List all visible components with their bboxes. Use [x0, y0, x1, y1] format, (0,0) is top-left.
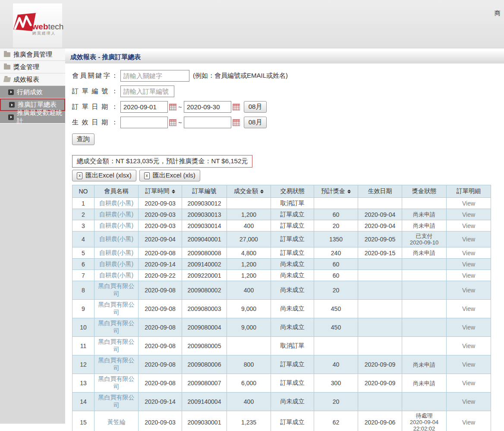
effective-date-cell: 2020-09-04 [358, 209, 402, 220]
sort-updown-icon[interactable] [347, 190, 351, 193]
sidebar-subitem-popularity-stats[interactable]: 推廣最受歡迎統計 [0, 111, 65, 124]
calendar-icon[interactable] [169, 104, 176, 111]
view-link[interactable]: View [462, 398, 475, 405]
row-number-cell: 3 [72, 220, 94, 231]
bonus-status-cell: 尚未申請 [402, 209, 447, 220]
order-time-cell: 2020-09-08 [139, 318, 182, 337]
calendar-icon[interactable] [169, 119, 176, 126]
estimated-bonus-cell: 240 [314, 247, 358, 259]
member-name-link[interactable]: 黑白買有限公司 [98, 394, 135, 409]
effective-date-cell: 2020-09-05 [358, 231, 402, 247]
transaction-status-cell: 訂單成立 [271, 209, 314, 220]
export-xls-button[interactable]: 匯出Excel (xls) [139, 170, 200, 181]
estimated-bonus-cell: 450 [314, 318, 358, 337]
member-name-cell: 黑白買有限公司 [94, 337, 139, 355]
member-name-link[interactable]: 黑白買有限公司 [98, 320, 135, 334]
amount-cell [227, 337, 271, 355]
row-number-cell: 1 [72, 198, 94, 209]
view-link[interactable]: View [462, 200, 475, 207]
brand-subtitle: 網頁經理人 [32, 31, 64, 36]
bonus-status-cell [402, 281, 447, 300]
member-name-link[interactable]: 黑白買有限公司 [98, 282, 135, 297]
view-link[interactable]: View [462, 236, 475, 243]
member-name-link[interactable]: 黑白買有限公司 [98, 338, 135, 353]
sidebar-item-performance-report[interactable]: 成效報表 [0, 73, 65, 86]
order-detail-cell: View [447, 220, 491, 231]
calendar-icon[interactable] [233, 119, 240, 126]
member-keyword-label: 會員關鍵字： [72, 72, 118, 80]
order-time-cell: 2020-09-08 [139, 374, 182, 393]
view-link[interactable]: View [462, 261, 475, 268]
search-button[interactable]: 查詢 [72, 133, 94, 145]
effective-date-from-input[interactable] [120, 117, 168, 128]
amount-cell: 1,200 [227, 259, 271, 270]
view-link[interactable]: View [462, 324, 475, 331]
member-name-link[interactable]: 黑白買有限公司 [98, 375, 135, 390]
bonus-status-cell [402, 337, 447, 355]
transaction-status-cell: 尚未成立 [271, 300, 314, 318]
effective-date-cell: 2020-09-15 [358, 247, 402, 259]
date-range-separator: ~ [178, 119, 182, 126]
view-link[interactable]: View [462, 272, 475, 279]
member-name-link[interactable]: 黑白買有限公司 [98, 357, 135, 371]
view-link[interactable]: View [462, 222, 475, 229]
sidebar-subitem-label: 行銷成效 [17, 88, 43, 96]
member-name-link[interactable]: 自耕農(小黑) [99, 260, 133, 267]
effective-date-cell [358, 337, 402, 355]
col-bonus-status: 獎金狀態 [402, 185, 447, 198]
view-link[interactable]: View [462, 305, 475, 312]
row-number-cell: 2 [72, 209, 94, 220]
sort-updown-icon[interactable] [260, 190, 264, 193]
member-name-link[interactable]: 自耕農(小黑) [99, 249, 133, 256]
member-name-cell: 黑白買有限公司 [94, 300, 139, 318]
brand-name: webtech [32, 23, 64, 31]
effective-date-month-button[interactable]: 08月 [244, 117, 267, 128]
view-link[interactable]: View [462, 342, 475, 349]
view-link[interactable]: View [462, 211, 475, 218]
member-name-link[interactable]: 自耕農(小黑) [99, 222, 133, 229]
bonus-status-cell: 尚未申請 [402, 355, 447, 374]
order-date-from-input[interactable] [120, 101, 168, 113]
view-link[interactable]: View [462, 250, 475, 257]
order-date-month-button[interactable]: 08月 [244, 101, 267, 113]
estimated-bonus-cell: 60 [314, 259, 358, 270]
sidebar-subitem-marketing-performance[interactable]: 行銷成效 [0, 86, 65, 98]
order-number-input[interactable] [120, 86, 174, 97]
export-xlsx-button[interactable]: 匯出Excel (xlsx) [72, 170, 136, 181]
table-row: 9 黑白買有限公司 2020-09-08 2009080003 9,000 尚未… [72, 300, 491, 318]
logo: webtech 網頁經理人 [13, 3, 62, 48]
order-detail-cell: View [447, 393, 491, 411]
member-name-link[interactable]: 黑白買有限公司 [98, 301, 135, 316]
sidebar-item-member-management[interactable]: 推廣會員管理 [0, 48, 65, 61]
view-link[interactable]: View [462, 361, 475, 368]
member-name-link[interactable]: 黃笠綸 [107, 418, 126, 425]
amount-cell: 9,000 [227, 318, 271, 337]
order-detail-cell: View [447, 259, 491, 270]
sidebar-item-label: 獎金管理 [13, 63, 39, 71]
order-time-cell: 2020-09-04 [139, 231, 182, 247]
calendar-icon[interactable] [233, 104, 240, 111]
col-estimated-bonus: 預計獎金 [314, 185, 358, 198]
view-link[interactable]: View [462, 419, 475, 426]
view-link[interactable]: View [462, 287, 475, 294]
member-name-link[interactable]: 自耕農(小黑) [99, 211, 133, 218]
effective-date-to-input[interactable] [184, 117, 231, 128]
member-name-link[interactable]: 自耕農(小黑) [99, 235, 133, 242]
table-row: 1 自耕農(小黑) 2020-09-03 2009030012 取消訂單 Vie… [72, 198, 491, 209]
order-detail-cell: View [447, 318, 491, 337]
order-id-cell: 2009220001 [182, 270, 227, 281]
table-header-row: NO 會員名稱 訂單時間 訂單編號 成交金額 交易狀態 預計獎金 生效日期 獎金… [72, 185, 491, 198]
amount-cell: 400 [227, 281, 271, 300]
view-link[interactable]: View [462, 380, 475, 387]
transaction-status-cell: 訂單成立 [271, 231, 314, 247]
bonus-status-cell: 已支付 2020-09-10 [402, 231, 447, 247]
member-keyword-input[interactable] [120, 70, 189, 82]
amount-cell: 27,000 [227, 231, 271, 247]
table-row: 2 自耕農(小黑) 2020-09-03 2009030013 1,200 訂單… [72, 209, 491, 220]
member-name-link[interactable]: 自耕農(小黑) [99, 200, 133, 206]
member-name-link[interactable]: 自耕農(小黑) [99, 272, 133, 279]
sort-updown-icon[interactable] [172, 190, 175, 193]
sidebar-item-bonus-management[interactable]: 獎金管理 [0, 61, 65, 73]
order-date-to-input[interactable] [184, 101, 231, 113]
shop-link[interactable]: 商 [495, 10, 501, 17]
